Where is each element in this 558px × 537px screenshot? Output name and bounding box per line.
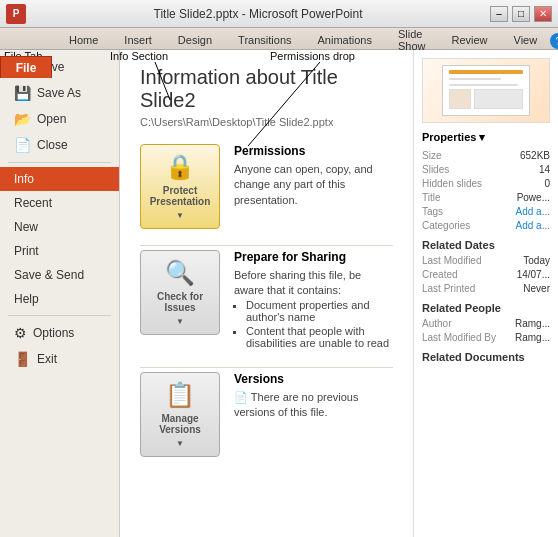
sidebar-item-new[interactable]: New [0,215,119,239]
tab-home[interactable]: Home [56,29,111,49]
related-people: Author Ramg... Last Modified By Ramg... [422,318,550,343]
list-item: Content that people with disabilities ar… [246,325,393,349]
help-icon[interactable]: ? [550,33,558,49]
prop-hidden-slides: Hidden slides 0 [422,178,550,189]
related-docs-header: Related Documents [422,351,550,363]
manage-versions-button[interactable]: 📋 ManageVersions ▼ [140,372,220,457]
sidebar-item-close[interactable]: 📄 Close [0,132,119,158]
sharing-list: Document properties and author's name Co… [246,299,393,349]
properties-panel: Properties ▾ Size 652KB Slides 14 Hidden… [413,50,558,537]
tab-review[interactable]: Review [438,29,500,49]
sidebar-item-help[interactable]: Help [0,287,119,311]
permissions-heading: Permissions [234,144,393,158]
sidebar-item-print[interactable]: Print [0,239,119,263]
versions-section: 📋 ManageVersions ▼ Versions 📄 There are … [140,372,393,457]
sidebar-item-savesend[interactable]: Save & Send [0,263,119,287]
title-bar: P Title Slide2.pptx - Microsoft PowerPoi… [0,0,558,28]
info-title: Information about Title Slide2 [140,66,393,112]
maximize-button[interactable]: □ [512,6,530,22]
separator-2 [140,367,393,368]
prop-title: Title Powe... [422,192,550,203]
sharing-desc: Before sharing this file, be aware that … [234,268,393,299]
exit-icon: 🚪 [14,351,31,367]
open-icon: 📂 [14,111,31,127]
check-icon: 🔍 [165,259,195,287]
tab-insert[interactable]: Insert [111,29,165,49]
check-issues-button[interactable]: 🔍 Check forIssues ▼ [140,250,220,335]
tab-view[interactable]: View [501,29,551,49]
sharing-heading: Prepare for Sharing [234,250,393,264]
prop-last-modified-by: Last Modified By Ramg... [422,332,550,343]
sidebar-item-saveas[interactable]: 💾 Save As [0,80,119,106]
check-issues-section: 🔍 Check forIssues ▼ Prepare for Sharing … [140,250,393,351]
prop-last-modified: Last Modified Today [422,255,550,266]
sidebar-item-info[interactable]: Info [0,167,119,191]
saveas-icon: 💾 [14,85,31,101]
minimize-button[interactable]: – [490,6,508,22]
close-button[interactable]: ✕ [534,6,552,22]
versions-desc: 📄 There are no previous versions of this… [234,390,393,421]
properties-fields: Size 652KB Slides 14 Hidden slides 0 Tit… [422,150,550,231]
prop-size: Size 652KB [422,150,550,161]
close-file-icon: 📄 [14,137,31,153]
sidebar-divider-2 [8,315,111,316]
sidebar-item-open[interactable]: 📂 Open [0,106,119,132]
sharing-text: Prepare for Sharing Before sharing this … [234,250,393,351]
info-content: Information about Title Slide2 C:\Users\… [120,50,413,537]
sidebar: 💾 Save 💾 Save As 📂 Open 📄 Close Info Rec… [0,50,120,537]
permissions-text: Permissions Anyone can open, copy, and c… [234,144,393,208]
permissions-desc: Anyone can open, copy, and change any pa… [234,162,393,208]
main-area: 💾 Save 💾 Save As 📂 Open 📄 Close Info Rec… [0,50,558,537]
prop-last-printed: Last Printed Never [422,283,550,294]
lock-icon: 🔒 [165,153,195,181]
sidebar-item-recent[interactable]: Recent [0,191,119,215]
prop-tags: Tags Add a... [422,206,550,217]
protect-presentation-button[interactable]: 🔒 ProtectPresentation ▼ [140,144,220,229]
prop-slides: Slides 14 [422,164,550,175]
sidebar-divider-1 [8,162,111,163]
properties-header[interactable]: Properties ▾ [422,131,550,144]
app-logo: P [6,4,26,24]
prop-created: Created 14/07... [422,269,550,280]
tab-animations[interactable]: Animations [305,29,385,49]
permissions-section: 🔒 ProtectPresentation ▼ Permissions Anyo… [140,144,393,229]
list-item: Document properties and author's name [246,299,393,323]
related-dates: Last Modified Today Created 14/07... Las… [422,255,550,294]
versions-icon: 📋 [165,381,195,409]
related-dates-header: Related Dates [422,239,550,251]
related-people-header: Related People [422,302,550,314]
versions-heading: Versions [234,372,393,386]
separator-1 [140,245,393,246]
tab-transitions[interactable]: Transitions [225,29,304,49]
prop-categories: Categories Add a... [422,220,550,231]
sidebar-item-options[interactable]: ⚙ Options [0,320,119,346]
prop-author: Author Ramg... [422,318,550,329]
tab-file[interactable]: File [0,56,52,78]
window-controls: – □ ✕ [490,6,552,22]
options-icon: ⚙ [14,325,27,341]
versions-text: Versions 📄 There are no previous version… [234,372,393,421]
sidebar-item-exit[interactable]: 🚪 Exit [0,346,119,372]
info-path: C:\Users\Ram\Desktop\Title Slide2.pptx [140,116,393,128]
tab-design[interactable]: Design [165,29,225,49]
slide-thumbnail [422,58,550,123]
tab-slideshow[interactable]: Slide Show [385,29,439,49]
title-bar-text: Title Slide2.pptx - Microsoft PowerPoint [26,7,490,21]
